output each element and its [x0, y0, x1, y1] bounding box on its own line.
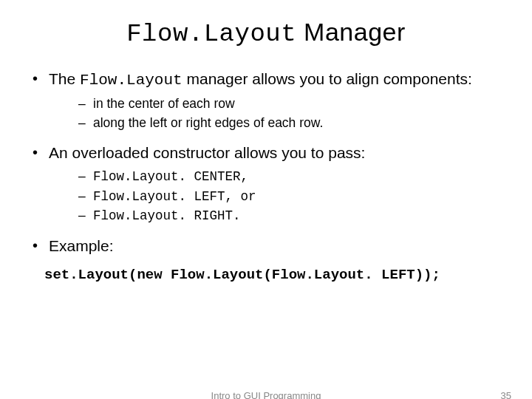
- title-code: Flow.Layout: [126, 20, 296, 48]
- sub-item: Flow.Layout. CENTER,: [78, 168, 510, 186]
- sub-list: in the center of each row along the left…: [49, 95, 510, 132]
- bullet-text-pre: Example:: [49, 237, 114, 254]
- sub-text: along the left or right edges of each ro…: [93, 115, 323, 130]
- bullet-list: The Flow.Layout manager allows you to al…: [22, 69, 510, 256]
- sub-list: Flow.Layout. CENTER, Flow.Layout. LEFT, …: [49, 168, 510, 225]
- slide: Flow.Layout Manager The Flow.Layout mana…: [0, 0, 532, 399]
- bullet-item: Example:: [33, 236, 510, 256]
- sub-text: in the center of each row: [93, 96, 235, 111]
- sub-item: in the center of each row: [78, 95, 510, 113]
- sub-item: along the left or right edges of each ro…: [78, 115, 510, 132]
- slide-title: Flow.Layout Manager: [22, 18, 510, 48]
- sub-item: Flow.Layout. RIGHT.: [78, 207, 510, 225]
- footer-center-text: Intro to GUI Programming: [0, 390, 532, 399]
- bullet-text-pre: The: [49, 70, 80, 87]
- bullet-text-post: manager allows you to align components:: [183, 70, 472, 87]
- bullet-item: The Flow.Layout manager allows you to al…: [33, 69, 510, 132]
- page-number: 35: [501, 390, 511, 399]
- sub-item: Flow.Layout. LEFT, or: [78, 188, 510, 206]
- bullet-text-pre: An overloaded constructor allows you to …: [49, 144, 365, 161]
- bullet-text-code: Flow.Layout: [80, 72, 183, 89]
- sub-code: Flow.Layout. LEFT, or: [93, 189, 256, 204]
- sub-code: Flow.Layout. RIGHT.: [93, 208, 241, 223]
- title-rest: Manager: [296, 18, 406, 46]
- sub-code: Flow.Layout. CENTER,: [93, 169, 248, 184]
- bullet-item: An overloaded constructor allows you to …: [33, 143, 510, 225]
- example-code: set.Layout(new Flow.Layout(Flow.Layout. …: [22, 267, 510, 283]
